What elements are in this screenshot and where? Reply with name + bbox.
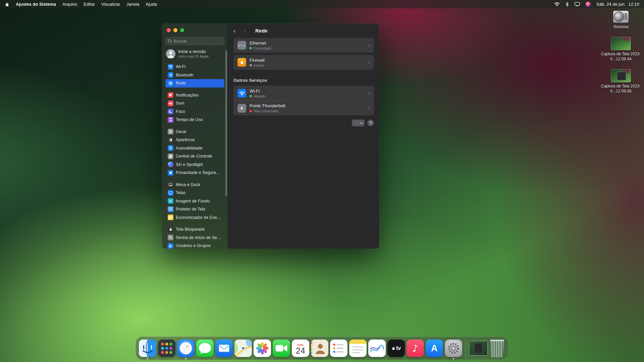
sidebar-item-economizador-de-energia[interactable]: Economizador de Energia	[165, 214, 224, 222]
menubar-clock[interactable]: Sáb. 24 de jun. 12:10	[596, 2, 639, 7]
close-button[interactable]	[167, 28, 171, 32]
facetime-icon	[273, 340, 290, 357]
wifi-service-row[interactable]: Wi-Fi Ativado ›	[233, 86, 374, 101]
sidebar-item-privacidade-e-seguranca[interactable]: Privacidade e Segurança	[165, 169, 224, 177]
wifi-icon	[168, 64, 173, 70]
appearance-icon	[168, 137, 173, 143]
dock-item-notes[interactable]	[349, 340, 367, 357]
dock-item-photos[interactable]	[254, 340, 271, 357]
lock-icon	[168, 227, 173, 232]
sidebar-item-usuarios-e-grupos[interactable]: Usuários e Grupos	[165, 242, 224, 249]
siri-status-icon[interactable]	[586, 2, 591, 7]
battery-icon	[168, 215, 173, 220]
sidebar-item-label: Telas	[176, 190, 185, 195]
menu-arquivo[interactable]: Arquivo	[62, 2, 77, 7]
sidebar-item-wifi[interactable]: Wi-Fi	[165, 63, 224, 71]
sound-icon	[168, 101, 173, 106]
sidebar-item-label: Senha de Início de Sessão	[176, 235, 222, 240]
dock-item-contacts[interactable]	[311, 340, 328, 357]
menu-editar[interactable]: Editar	[84, 2, 95, 7]
apple-id-row[interactable]: Inicie a sessão com o seu ID Apple	[162, 45, 228, 62]
row-status: Ativado	[254, 94, 266, 98]
menu-janela[interactable]: Janela	[126, 2, 139, 7]
sidebar-item-senha-de-inicio-de-sessao[interactable]: Senha de Início de Sessão	[165, 234, 224, 242]
dock-item-screenshot-preview[interactable]	[469, 341, 487, 355]
dock-item-maps[interactable]	[234, 340, 252, 357]
wifi-status-icon[interactable]	[554, 2, 560, 6]
screenshot-file-icon	[611, 37, 631, 50]
dock-item-music[interactable]: ♪	[407, 340, 424, 357]
sidebar-item-rede[interactable]: Rede	[165, 79, 224, 87]
menu-bar: Ajustes do Sistema Arquivo Editar Visual…	[0, 0, 644, 8]
desktop-icon-screenshot-1[interactable]: Captura de Tela 2023-0...12.09.44	[601, 37, 641, 61]
photos-icon	[254, 340, 271, 357]
sidebar-item-geral[interactable]: Geral	[165, 128, 224, 136]
more-options-button[interactable]: ···	[352, 120, 365, 126]
apple-menu-icon[interactable]	[5, 2, 9, 7]
sidebar-item-imagem-de-fundo[interactable]: Imagem de Fundo	[165, 197, 224, 205]
dock-item-mail[interactable]	[215, 340, 233, 357]
content-header: ‹ › Rede	[228, 23, 379, 38]
desktop-icon-screenshot-2[interactable]: Captura de Tela 2023-0...12.09.56	[601, 69, 641, 94]
menu-ajuda[interactable]: Ajuda	[146, 2, 157, 7]
tv-label: tv	[396, 345, 401, 352]
dock-item-facetime[interactable]	[273, 340, 290, 357]
sidebar-item-protetor-de-tela[interactable]: Protetor de Tela	[165, 205, 224, 214]
dock-item-app-store[interactable]: A	[426, 340, 443, 357]
desktop-icon-sonoma[interactable]: Sonoma	[613, 11, 629, 29]
desktop-icon-label: Captura de Tela 2023-0...12.09.44	[601, 52, 641, 61]
dock-item-safari[interactable]	[177, 340, 195, 357]
notifications-icon	[168, 92, 173, 98]
sidebar-item-acessibilidade[interactable]: Acessibilidade	[165, 144, 224, 153]
firewall-row[interactable]: Firewall Inativo ›	[233, 55, 374, 70]
ethernet-glyph: ‹···›	[238, 44, 246, 47]
users-icon	[168, 243, 173, 249]
sidebar-item-mesa-e-dock[interactable]: Mesa e Dock	[165, 181, 224, 189]
thunderbolt-bridge-row[interactable]: Ponte Thunderbolt Não conectado ›	[233, 101, 374, 115]
control-center-icon	[168, 154, 173, 159]
bluetooth-status-icon[interactable]	[566, 2, 569, 7]
menubar-app-name[interactable]: Ajustes do Sistema	[16, 2, 56, 7]
sidebar-item-label: Foco	[176, 109, 185, 114]
screen-time-icon	[168, 117, 173, 123]
minimize-button[interactable]	[173, 28, 177, 32]
sidebar-item-label: Imagem de Fundo	[176, 199, 210, 203]
chevron-down-icon	[360, 122, 363, 124]
zoom-button[interactable]	[180, 28, 184, 32]
help-button[interactable]: ?	[367, 120, 374, 126]
sidebar-item-som[interactable]: Som	[165, 99, 224, 108]
dock-item-tv[interactable]: tv	[387, 340, 405, 357]
row-label: Wi-Fi	[250, 88, 266, 94]
sidebar-item-central-de-controle[interactable]: Central de Controle	[165, 152, 224, 161]
menu-visualizar[interactable]: Visualizar	[101, 2, 120, 7]
ethernet-row[interactable]: ‹···› Ethernet Conectado ›	[233, 38, 374, 53]
sidebar-item-tela-bloqueada[interactable]: Tela Bloqueada	[165, 225, 224, 234]
dock-item-system-settings[interactable]	[445, 340, 462, 357]
sidebar-item-bluetooth[interactable]: Bluetooth	[165, 71, 224, 79]
dock-item-messages[interactable]	[196, 340, 214, 357]
dock-item-reminders[interactable]	[330, 340, 347, 357]
status-dot	[250, 64, 252, 66]
row-label: Ethernet	[250, 41, 271, 46]
sidebar-item-label: Usuários e Grupos	[176, 243, 211, 248]
sidebar-item-foco[interactable]: Foco	[165, 108, 224, 116]
display-status-icon[interactable]	[575, 2, 580, 6]
sidebar-item-label: Privacidade e Segurança	[176, 170, 222, 175]
sidebar-item-label: Economizador de Energia	[176, 215, 222, 220]
search-input[interactable]	[165, 37, 224, 45]
forward-button[interactable]: ›	[244, 27, 251, 34]
sidebar-item-tempo-de-uso[interactable]: Tempo de Uso	[165, 116, 224, 124]
sidebar-item-siri-e-spotlight[interactable]: Siri e Spotlight	[165, 161, 224, 169]
dock-item-trash[interactable]	[489, 339, 505, 357]
back-button[interactable]: ‹	[233, 27, 241, 34]
sidebar-item-telas[interactable]: Telas	[165, 189, 224, 197]
sidebar-item-notificacoes[interactable]: Notificações	[165, 91, 224, 100]
running-indicator	[147, 358, 148, 359]
dock-item-freeform[interactable]	[368, 340, 386, 357]
sidebar-item-aparencia[interactable]: Aparência	[165, 136, 224, 144]
dock-item-finder[interactable]	[139, 340, 156, 357]
dock-item-calendar[interactable]: JUN. 24	[292, 340, 309, 357]
sidebar-scrollbar[interactable]	[225, 50, 227, 196]
thunderbolt-icon	[237, 104, 246, 113]
dock-item-launchpad[interactable]	[158, 340, 175, 357]
